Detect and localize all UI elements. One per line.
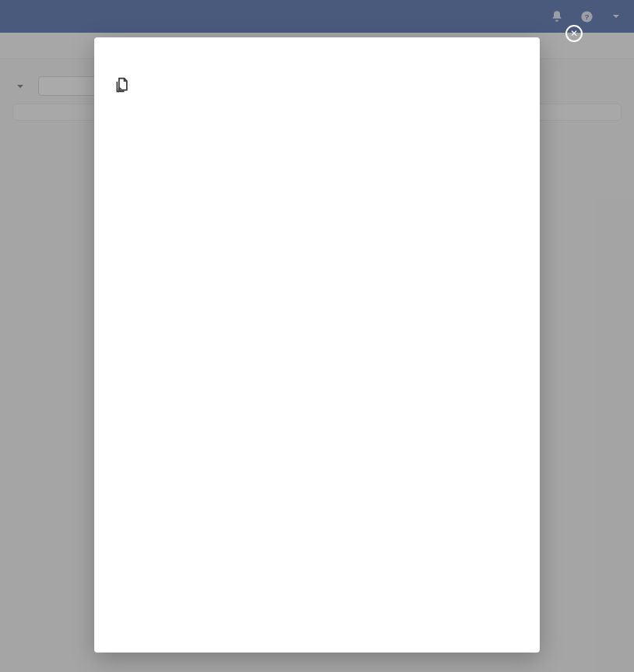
- event-parameters-modal: [94, 37, 540, 653]
- close-icon: ✕: [565, 25, 583, 42]
- close-button[interactable]: ✕: [565, 25, 587, 42]
- copy-icon[interactable]: [114, 76, 130, 97]
